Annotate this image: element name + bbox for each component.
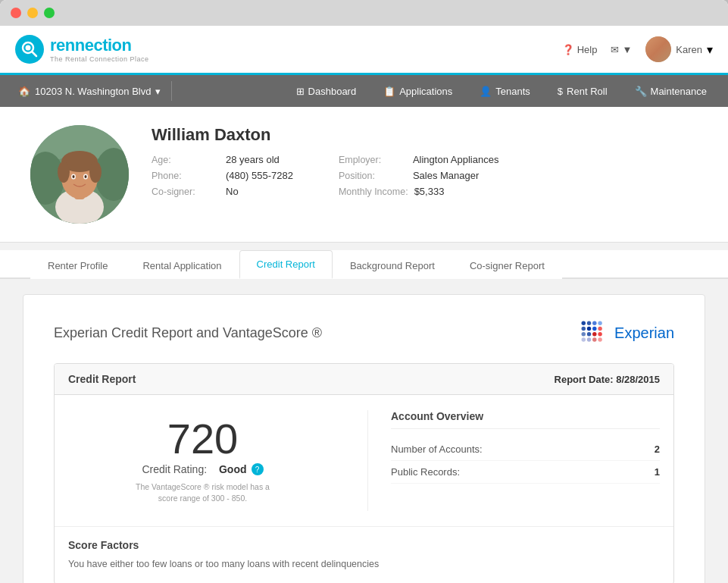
profile-col-left: Age: 28 years old Phone: (480) 555-7282 … [152,154,293,197]
cosigner-row: Co-signer: No [152,186,293,197]
svg-point-20 [598,321,601,325]
nav-links: ⊞ Dashboard 📋 Applications 👤 Tenants $ R… [283,75,720,107]
svg-point-17 [582,321,586,325]
position-label: Position: [339,171,407,181]
mail-icon: ✉ [611,44,619,55]
accounts-value: 2 [655,444,660,455]
applications-label: Applications [399,86,452,97]
svg-point-2 [26,45,31,51]
logo: rennection The Rental Connection Place [15,35,149,64]
logo-tagline: The Rental Connection Place [50,55,149,63]
employer-row: Employer: Alington Appliances [339,154,498,165]
profile-col-right: Employer: Alington Appliances Position: … [339,154,498,197]
nav-applications[interactable]: 📋 Applications [370,75,466,107]
rating-value: Good [219,463,247,475]
window-chrome [0,0,728,26]
minimize-button[interactable] [27,8,38,18]
credit-report-body: 720 Credit Rating: Good ? The VantageSco… [55,395,673,526]
tabs-bar: Renter Profile Rental Application Credit… [0,250,728,279]
maximize-button[interactable] [44,8,55,18]
nav-tenants[interactable]: 👤 Tenants [466,75,544,107]
employer-label: Employer: [339,155,407,165]
help-icon: ❓ [562,44,574,55]
svg-point-22 [587,327,591,331]
phone-row: Phone: (480) 555-7282 [152,170,293,181]
tab-cosigner-report[interactable]: Co-signer Report [452,252,562,279]
mail-chevron: ▼ [622,44,632,55]
public-records-label: Public Records: [391,466,460,478]
svg-point-21 [582,327,586,331]
income-row: Monthly Income: $5,333 [339,186,498,197]
tab-rental-application[interactable]: Rental Application [125,252,239,279]
phone-label: Phone: [152,171,220,181]
experian-logo: Experian [578,318,674,348]
svg-point-23 [592,327,596,331]
nav-dashboard[interactable]: ⊞ Dashboard [283,75,370,107]
tab-credit-report[interactable]: Credit Report [239,250,333,279]
logo-text: rennection The Rental Connection Place [50,36,149,63]
score-factors-section: Score Factors You have either too few lo… [55,526,673,583]
rating-label: Credit Rating: [142,463,207,475]
maintenance-label: Maintenance [651,86,707,97]
accounts-label: Number of Accounts: [391,444,483,455]
user-dropdown-icon: ▾ [707,42,713,57]
svg-point-27 [592,332,596,336]
profile-name: William Daxton [152,125,698,145]
svg-point-11 [58,161,70,183]
nav-bar: 🏠 10203 N. Washington Blvd ▾ ⊞ Dashboard… [0,75,728,107]
profile-info: William Daxton Age: 28 years old Phone: … [152,125,698,197]
nav-divider [171,81,172,101]
logo-icon [15,35,44,64]
svg-point-30 [587,337,591,341]
score-factors-text: You have either too few loans or too man… [68,557,660,572]
tab-background-report[interactable]: Background Report [333,252,452,279]
avatar-image [645,36,671,62]
profile-avatar [30,125,129,224]
nav-maintenance[interactable]: 🔧 Maintenance [621,75,720,107]
tab-renter-profile[interactable]: Renter Profile [30,252,125,279]
close-button[interactable] [11,8,21,18]
svg-point-19 [592,321,596,325]
home-icon: 🏠 [18,86,30,97]
accounts-row: Number of Accounts: 2 [391,438,660,461]
svg-point-18 [587,321,591,325]
svg-point-29 [582,337,586,341]
svg-point-32 [598,337,601,341]
address-selector[interactable]: 🏠 10203 N. Washington Blvd ▾ [8,75,171,107]
top-right: ❓ Help ✉ ▼ Karen ▾ [562,36,713,62]
phone-value: (480) 555-7282 [226,170,293,181]
dashboard-label: Dashboard [308,86,357,97]
mail-button[interactable]: ✉ ▼ [611,44,632,55]
credit-score: 720 [167,418,238,460]
report-date: Report Date: 8/28/2015 [555,374,660,385]
svg-line-1 [32,52,36,56]
public-records-row: Public Records: 1 [391,461,660,484]
help-link[interactable]: ❓ Help [562,44,598,55]
user-name: Karen [676,44,702,55]
nav-rentroll[interactable]: $ Rent Roll [544,75,621,107]
age-value: 28 years old [226,154,280,165]
account-overview-title: Account Overview [391,410,660,429]
content-card: Experian Credit Report and VantageScore … [23,294,705,583]
profile-details: Age: 28 years old Phone: (480) 555-7282 … [152,154,698,197]
svg-point-12 [89,161,102,183]
info-icon[interactable]: ? [252,463,264,475]
avatar [645,36,671,62]
public-records-value: 1 [655,466,660,478]
svg-point-25 [582,332,586,336]
tenants-label: Tenants [495,86,530,97]
address-text: 10203 N. Washington Blvd [35,86,151,97]
credit-page-title: Experian Credit Report and VantageScore … [54,325,322,341]
income-value: $5,333 [414,186,445,197]
user-menu[interactable]: Karen ▾ [645,36,713,62]
top-bar: rennection The Rental Connection Place ❓… [0,26,728,75]
income-label: Monthly Income: [339,186,408,197]
rentroll-icon: $ [558,86,563,97]
score-note: The VantageScore ® risk model has a scor… [127,481,279,503]
rentroll-label: Rent Roll [567,86,607,97]
svg-point-24 [598,327,601,331]
account-overview: Account Overview Number of Accounts: 2 P… [367,410,660,511]
credit-report-header: Credit Report Report Date: 8/28/2015 [55,364,673,395]
position-value: Sales Manager [413,170,479,181]
dashboard-icon: ⊞ [296,86,305,97]
